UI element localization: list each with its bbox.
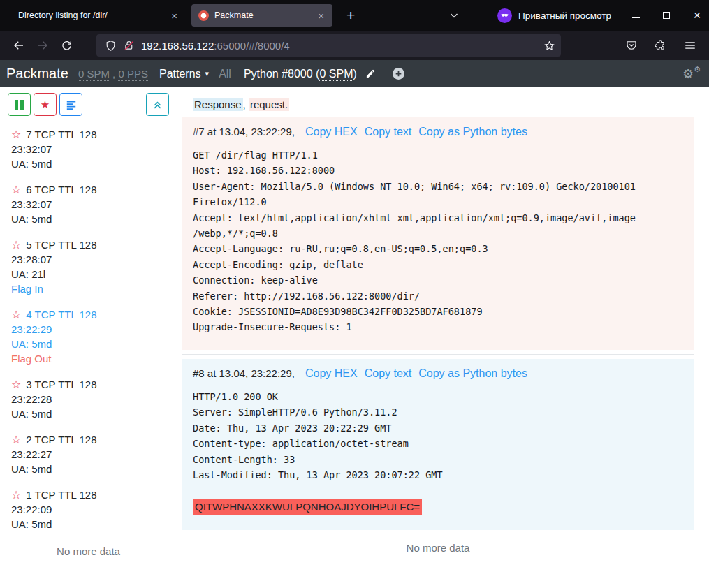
reload-button[interactable] [54,35,78,56]
main-no-more-data: No more data [182,542,694,554]
content-area: ★ ☆7 TCP TTL 12823:32:07UA: 5md☆6 TCP TT… [0,87,709,588]
packet-flag-label: Flag In [11,281,170,296]
sidebar-toolbar: ★ [0,93,177,116]
pause-capture-button[interactable] [8,93,31,116]
packet-time: 23:22:09 [11,502,170,517]
tab-close-icon[interactable]: × [316,10,326,22]
packet-user-agent: UA: 21l [11,267,170,281]
edit-service-pencil-icon[interactable] [365,68,376,79]
packet-header-label: #8 at 13.04, 23:22:29, [193,367,295,379]
packet-user-agent: UA: 5md [11,212,170,226]
window-maximize-button[interactable] [662,10,671,20]
packet-sidebar: ★ ☆7 TCP TTL 12823:32:07UA: 5md☆6 TCP TT… [0,87,177,588]
pocket-icon[interactable] [620,35,643,56]
copy-action-link[interactable]: Copy as Python bytes [418,367,527,380]
packet-list-item[interactable]: ☆7 TCP TTL 12823:32:07UA: 5md [11,127,170,171]
copy-action-link[interactable]: Copy as Python bytes [418,126,527,138]
private-browsing-badge: Приватный просмотр [497,8,611,23]
window-minimize-button[interactable] [631,10,641,20]
window-close-button[interactable]: × [692,10,702,20]
packet-list-item[interactable]: ☆4 TCP TTL 12823:22:29UA: 5mdFlag Out [11,307,170,366]
packmate-navbar: Packmate 0 SPM , 0 PPS Patterns▾ All Pyt… [0,60,709,87]
packet-id: 6 TCP TTL 128 [26,182,96,197]
add-service-button[interactable] [393,68,404,80]
copy-action-link[interactable]: Copy HEX [305,367,358,380]
forward-button[interactable] [31,35,54,56]
packet-card-header: #7 at 13.04, 23:22:29,Copy HEXCopy textC… [193,126,683,138]
packet-user-agent: UA: 5md [11,406,170,421]
url-path: :65000/#/8000/4 [214,40,289,52]
favorite-star-icon[interactable]: ☆ [11,379,21,390]
all-services-link[interactable]: All [219,68,231,80]
packet-card-response: #8 at 13.04, 23:22:29,Copy HEXCopy textC… [182,359,694,530]
favorite-star-icon[interactable]: ☆ [11,490,21,501]
copy-action-link[interactable]: Copy text [365,367,412,380]
packet-list-item[interactable]: ☆2 TCP TTL 12823:22:27UA: 5md [11,432,170,476]
favorite-star-icon[interactable]: ☆ [11,309,21,321]
packet-card-divider [182,354,694,355]
private-badge-label: Приватный просмотр [518,10,611,21]
packet-list-item[interactable]: ☆3 TCP TTL 12823:22:28UA: 5md [11,377,170,421]
tab-title: Packmate [214,10,312,20]
url-bar[interactable]: 192.168.56.122:65000/#/8000/4 [96,34,561,57]
packet-id: 3 TCP TTL 128 [26,377,96,392]
legend-response: Response [193,98,243,111]
pps-stat: 0 PPS [118,68,148,80]
app-brand[interactable]: Packmate [6,66,68,82]
new-tab-button[interactable]: + [342,7,359,24]
packet-payload: HTTP/1.0 200 OKServer: SimpleHTTP/0.6 Py… [193,389,683,515]
packet-user-agent: UA: 5md [11,517,170,531]
flag-match-highlight: QITWPHNAXXKWULPQNHOAJDYOIHPULFC= [193,499,422,515]
packet-list-item[interactable]: ☆6 TCP TTL 12823:32:07UA: 5md [11,182,170,226]
tab-overflow-chevron-icon[interactable] [448,10,460,21]
menu-hamburger-icon[interactable] [678,35,702,56]
browser-navigation-bar: 192.168.56.122:65000/#/8000/4 [0,31,709,60]
spm-stat: 0 SPM [78,68,110,80]
favorite-star-icon[interactable]: ☆ [11,240,21,251]
packet-flag-label: Flag Out [11,351,170,366]
tab-close-icon[interactable]: × [170,10,179,22]
favorite-star-icon[interactable]: ☆ [11,434,21,446]
favorite-star-icon[interactable]: ☆ [11,184,21,196]
window-controls: × [631,10,702,20]
packet-id: 2 TCP TTL 128 [26,432,96,447]
star-icon: ★ [41,98,50,111]
stream-packets: #7 at 13.04, 23:22:29,Copy HEXCopy textC… [182,117,694,530]
caret-down-icon: ▾ [205,69,210,78]
collapse-panel-button[interactable] [146,93,169,116]
url-text[interactable]: 192.168.56.122:65000/#/8000/4 [141,40,537,52]
patterns-dropdown[interactable]: Patterns▾ [159,68,209,80]
tab-title: Directory listing for /dir/ [18,10,166,20]
packet-id: 7 TCP TTL 128 [26,127,96,142]
packet-list-item[interactable]: ☆1 TCP TTL 12823:22:09UA: 5md [11,487,170,531]
packet-list-item[interactable]: ☆5 TCP TTL 12823:28:07UA: 21lFlag In [11,237,170,296]
list-view-button[interactable] [59,93,82,116]
browser-toolbar-icons [620,35,702,56]
back-button[interactable] [7,35,31,56]
packet-user-agent: UA: 5md [11,337,170,351]
browser-tab-directory-listing[interactable]: Directory listing for /dir/ × [11,4,186,27]
packet-user-agent: UA: 5md [11,462,170,476]
private-mask-icon [497,8,512,23]
packet-card-header: #8 at 13.04, 23:22:29,Copy HEXCopy textC… [193,367,683,380]
packmate-favicon-icon [198,10,209,21]
packet-time: 23:22:27 [11,447,170,462]
browser-tab-packmate[interactable]: Packmate × [191,4,332,27]
copy-action-link[interactable]: Copy text [365,126,412,138]
pause-icon [15,100,24,110]
extensions-puzzle-icon[interactable] [649,35,673,56]
packet-list: ☆7 TCP TTL 12823:32:07UA: 5md☆6 TCP TTL … [0,127,177,531]
insecure-lock-icon[interactable] [123,40,135,52]
favorites-filter-button[interactable]: ★ [34,93,57,116]
settings-gears-icon[interactable]: ⚙⚙ [682,66,701,82]
packet-time: 23:22:29 [11,322,170,337]
shield-icon[interactable] [105,40,117,52]
browser-tab-bar: Directory listing for /dir/ × Packmate ×… [0,0,709,31]
packet-id: 4 TCP TTL 128 [26,307,96,322]
traffic-stats: 0 SPM , 0 PPS [78,68,148,80]
bookmark-star-icon[interactable] [543,40,555,52]
service-tab-python-8000[interactable]: Python #8000 (0 SPM) [244,68,357,80]
copy-action-link[interactable]: Copy HEX [305,126,358,138]
packet-card-request: #7 at 13.04, 23:22:29,Copy HEXCopy textC… [182,117,694,350]
favorite-star-icon[interactable]: ☆ [11,129,21,140]
